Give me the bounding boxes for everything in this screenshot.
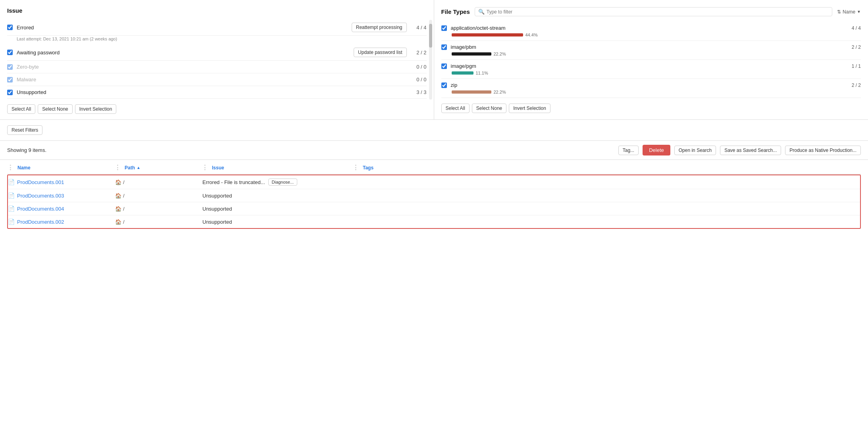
col-header-issue[interactable]: ⋮ Issue [202, 164, 352, 171]
issue-label-malware: Malware [17, 77, 407, 83]
left-invert-selection-button[interactable]: Invert Selection [75, 104, 117, 114]
issue-text-row1: Errored - File is truncated... [202, 179, 265, 185]
col-separator-tags: ⋮ [352, 164, 361, 171]
search-icon: 🔍 [478, 9, 485, 15]
issue-checkbox-malware[interactable] [7, 77, 13, 83]
col-separator-issue: ⋮ [202, 164, 210, 171]
bar-zip [452, 90, 491, 94]
tag-button[interactable]: Tag... [618, 146, 639, 155]
filetype-count-image-pbm: 2 / 2 [847, 44, 861, 50]
issue-label-zero-byte: Zero-byte [17, 64, 407, 70]
reset-filters-button[interactable]: Reset Filters [7, 125, 42, 135]
file-name-row4[interactable]: ProdDocuments.002 [17, 219, 64, 225]
update-password-list-button[interactable]: Update password list [354, 48, 406, 57]
file-types-header: File Types 🔍 ⇅ Name ▼ [441, 7, 861, 16]
filetype-checkbox-zip[interactable] [441, 83, 447, 88]
col-separator-path: ⋮ [114, 164, 123, 171]
cell-issue-row1: Errored - File is truncated... Diagnose.… [202, 178, 353, 186]
filetype-count-zip: 2 / 2 [847, 83, 861, 88]
cell-path-row1: 🏠 / [115, 179, 202, 185]
path-text-row1: / [123, 179, 125, 185]
cell-path-row2: 🏠 / [115, 193, 202, 199]
filter-input-wrap: 🔍 [475, 7, 832, 16]
file-name-row1[interactable]: ProdDocuments.001 [17, 179, 64, 185]
issue-checkbox-awaiting-password[interactable] [7, 50, 13, 55]
col-header-name-label: Name [17, 165, 31, 171]
bar-octet-stream [452, 33, 523, 36]
sort-label-text: Name [843, 9, 855, 15]
filetype-checkbox-image-pbm[interactable] [441, 44, 447, 50]
left-scrollbar[interactable] [429, 20, 432, 100]
cell-issue-row3: Unsupported [202, 206, 353, 212]
table-row: 📄 ProdDocuments.004 🏠 / Unsupported [8, 202, 860, 215]
selected-rows-container: 📄 ProdDocuments.001 🏠 / Errored - File i… [7, 175, 861, 229]
col-header-issue-label: Issue [212, 165, 224, 171]
cell-name-row2: 📄 ProdDocuments.003 [8, 192, 115, 199]
save-as-saved-search-button[interactable]: Save as Saved Search... [720, 146, 781, 155]
file-name-row2[interactable]: ProdDocuments.003 [17, 193, 64, 199]
produce-native-production-button[interactable]: Produce as Native Production... [785, 146, 861, 155]
col-header-path[interactable]: ⋮ Path ▲ [114, 164, 202, 171]
reattempt-processing-button[interactable]: Reattempt processing [352, 23, 407, 32]
issue-count-malware: 0 / 0 [411, 77, 427, 83]
cell-name-row1: 📄 ProdDocuments.001 [8, 179, 115, 185]
right-select-none-button[interactable]: Select None [472, 104, 506, 113]
left-select-none-button[interactable]: Select None [38, 104, 72, 114]
left-selection-buttons: Select All Select None Invert Selection [7, 104, 427, 114]
issue-count-errored: 4 / 4 [411, 25, 427, 31]
file-types-title: File Types [441, 8, 470, 15]
issue-label-errored: Errored [17, 25, 348, 31]
cell-name-row3: 📄 ProdDocuments.004 [8, 205, 115, 212]
filetype-count-octet-stream: 4 / 4 [847, 25, 861, 31]
file-icon-row4: 📄 [8, 219, 15, 225]
table-row: 📄 ProdDocuments.002 🏠 / Unsupported [8, 215, 860, 228]
path-text-row2: / [123, 193, 125, 199]
results-count: Showing 9 items. [7, 147, 614, 153]
issue-count-awaiting-password: 2 / 2 [411, 50, 427, 56]
filetype-count-image-pgm: 1 / 1 [847, 63, 861, 69]
right-invert-selection-button[interactable]: Invert Selection [509, 104, 550, 113]
cell-issue-row2: Unsupported [202, 193, 353, 199]
filter-input[interactable] [487, 9, 829, 15]
chevron-down-icon: ▼ [857, 10, 861, 14]
issue-row-malware: Malware 0 / 0 [7, 73, 427, 86]
issues-panel: Issue Errored Reattempt processing 4 / 4… [0, 0, 434, 119]
right-select-all-button[interactable]: Select All [441, 104, 470, 113]
issue-label-unsupported: Unsupported [17, 89, 407, 95]
col-header-name[interactable]: ⋮ Name [7, 164, 114, 171]
issue-row-awaiting-password: Awaiting password Update password list 2… [7, 44, 427, 61]
bar-label-zip: 22.2% [494, 90, 506, 94]
sort-label[interactable]: ⇅ Name ▼ [837, 9, 861, 15]
filetype-checkbox-image-pgm[interactable] [441, 63, 447, 69]
filetype-name-octet-stream: application/octet-stream [451, 25, 843, 31]
issue-checkbox-errored[interactable] [7, 25, 13, 30]
file-name-row3[interactable]: ProdDocuments.004 [17, 206, 64, 212]
sort-icon: ⇅ [837, 9, 841, 15]
issue-row-unsupported: Unsupported 3 / 3 [7, 86, 427, 99]
issues-panel-title: Issue [7, 7, 427, 14]
filetype-row-header-image-pgm: image/pgm 1 / 1 [441, 63, 861, 69]
file-types-panel: File Types 🔍 ⇅ Name ▼ application/octet-… [434, 0, 868, 119]
left-scrollbar-thumb [429, 24, 432, 48]
filetype-row-header-image-pbm: image/pbm 2 / 2 [441, 44, 861, 50]
filetype-checkbox-octet-stream[interactable] [441, 25, 447, 31]
home-icon-row3: 🏠 [115, 206, 121, 212]
path-text-row3: / [123, 206, 125, 212]
diagnose-button-row1[interactable]: Diagnose... [268, 178, 298, 186]
col-header-tags[interactable]: ⋮ Tags [352, 164, 432, 171]
filetype-row-image-pgm: image/pgm 1 / 1 11.1% [441, 60, 861, 79]
table-row: 📄 ProdDocuments.003 🏠 / Unsupported [8, 189, 860, 202]
table-header: ⋮ Name ⋮ Path ▲ ⋮ Issue ⋮ Tags [7, 160, 861, 175]
issue-checkbox-unsupported[interactable] [7, 90, 13, 95]
issue-checkbox-zero-byte[interactable] [7, 64, 13, 70]
cell-path-row4: 🏠 / [115, 219, 202, 225]
sort-up-icon: ▲ [137, 165, 140, 170]
bar-label-octet-stream: 44.4% [525, 33, 538, 37]
left-select-all-button[interactable]: Select All [7, 104, 35, 114]
issue-count-unsupported: 3 / 3 [411, 89, 427, 95]
open-in-search-button[interactable]: Open in Search [674, 146, 716, 155]
delete-button[interactable]: Delete [643, 145, 670, 155]
issue-row-errored: Errored Reattempt processing 4 / 4 [7, 19, 427, 36]
filetype-row-image-pbm: image/pbm 2 / 2 22.2% [441, 41, 861, 60]
issue-count-zero-byte: 0 / 0 [411, 64, 427, 70]
